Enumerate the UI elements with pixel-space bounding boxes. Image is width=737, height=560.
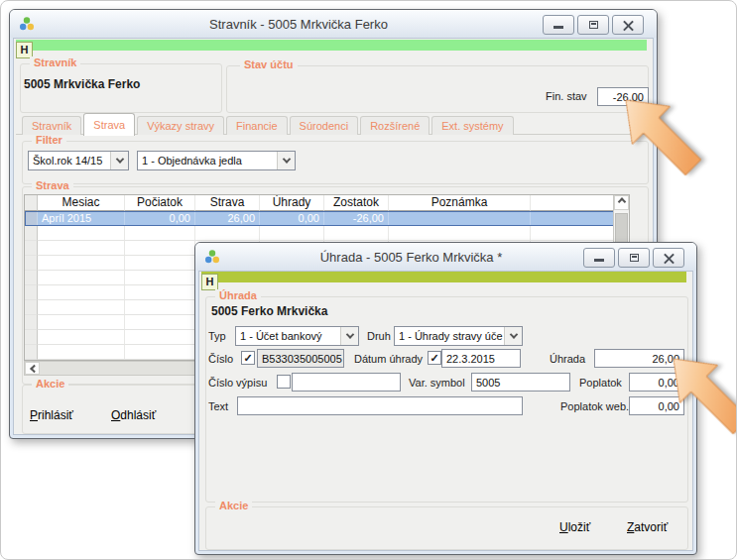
group-akcie [205, 506, 688, 550]
chevron-up-icon [617, 197, 625, 205]
close-icon [664, 253, 675, 264]
titlebar-uhrada[interactable]: Úhrada - 5005 Ferko Mrkvička * [195, 243, 696, 271]
group-strava-label: Strava [32, 179, 73, 192]
restore-icon [589, 21, 598, 29]
cislo-checkbox[interactable]: ✓ [241, 351, 255, 365]
text-label: Text [208, 400, 228, 412]
col-mesiac[interactable]: Mesiac [38, 195, 125, 211]
tab-strava[interactable]: Strava [83, 113, 135, 136]
window-title: Stravník - 5005 Mrkvička Ferko [50, 17, 548, 32]
prihlasit-button[interactable]: Prihlásiť [30, 408, 73, 422]
chevron-down-icon [115, 155, 123, 163]
dropdown-button[interactable] [504, 327, 522, 345]
zatvorit-button[interactable]: Zatvoriť [627, 520, 668, 534]
minimize-button[interactable] [583, 248, 615, 268]
row-gutter [25, 345, 38, 360]
datum-uhrady-checkbox[interactable]: ✓ [428, 351, 441, 365]
scroll-up-button[interactable] [614, 195, 629, 210]
window-title: Úhrada - 5005 Ferko Mrkvička * [235, 250, 587, 265]
person-name: 5005 Ferko Mrkvička [211, 304, 327, 318]
restore-button[interactable] [577, 15, 609, 35]
app-icon [19, 16, 35, 32]
ulozit-button[interactable]: Uložiť [559, 520, 590, 534]
cislo-vypisu-field[interactable] [292, 373, 401, 392]
chevron-down-icon [509, 330, 517, 338]
odhlasit-button[interactable]: Odhlásiť [111, 408, 156, 422]
row-gutter [25, 285, 38, 300]
cell-filler [531, 211, 614, 226]
cell-pociatok: 0,00 [125, 211, 195, 226]
row-gutter [25, 330, 38, 345]
chevron-down-icon [282, 155, 290, 163]
close-button[interactable] [612, 15, 644, 35]
cell-zostatok: -26,00 [324, 211, 389, 226]
tab-stravnik[interactable]: Stravník [22, 116, 81, 135]
col-strava[interactable]: Strava [195, 195, 260, 211]
col-pociatok[interactable]: Počiatok [125, 195, 195, 211]
col-uhrady[interactable]: Úhrady [260, 195, 324, 211]
typ-label: Typ [208, 330, 226, 342]
tab-rozsirene[interactable]: Rozšírené [360, 116, 430, 135]
cell-uhrady: 0,00 [260, 211, 324, 226]
chevron-down-icon [345, 330, 353, 338]
tab-vykazy-stravy[interactable]: Výkazy stravy [137, 116, 224, 135]
poplatok-web-label: Poplatok web. [560, 400, 629, 412]
typ-select[interactable]: 1 - Účet bankový [235, 326, 359, 346]
text-field[interactable] [237, 396, 523, 415]
cell-poznamka [389, 211, 531, 226]
dropdown-button[interactable] [340, 327, 358, 345]
row-gutter [25, 271, 38, 285]
chevron-left-icon [30, 364, 38, 372]
var-symbol-field[interactable]: 5005 [471, 373, 570, 392]
header-gutter [25, 195, 38, 211]
school-year-select[interactable]: Škol.rok 14/15 [28, 151, 129, 170]
cislo-vypisu-label: Číslo výpisu [208, 377, 267, 389]
minimize-icon [594, 259, 604, 262]
cislo-vypisu-checkbox[interactable] [277, 375, 291, 389]
dropdown-button[interactable] [110, 152, 128, 169]
group-akcie-label: Akcie [215, 500, 252, 512]
typ-value: 1 - Účet bankový [236, 327, 340, 345]
minimize-button[interactable] [543, 15, 574, 35]
col-poznamka[interactable]: Poznámka [389, 195, 531, 211]
row-gutter [25, 211, 38, 226]
help-button[interactable]: H [201, 274, 218, 290]
druh-label: Druh [367, 330, 391, 342]
row-gutter [25, 241, 38, 256]
titlebar-stravnik[interactable]: Stravník - 5005 Mrkvička Ferko [10, 10, 657, 38]
close-button[interactable] [653, 248, 684, 268]
row-gutter [25, 315, 38, 330]
group-stravnik-label: Stravník [30, 56, 80, 69]
row-gutter [25, 300, 38, 315]
fin-stav-label: Fin. stav [546, 90, 587, 102]
var-symbol-label: Var. symbol [409, 377, 465, 389]
status-bar [201, 272, 686, 282]
tab-strip: Stravník Strava Výkazy stravy Financie S… [22, 111, 514, 135]
tab-ext-systemy[interactable]: Ext. systémy [431, 116, 513, 135]
window-uhrada: Úhrada - 5005 Ferko Mrkvička * H Úhrada … [194, 242, 697, 555]
tab-financie[interactable]: Financie [226, 116, 288, 135]
restore-button[interactable] [618, 248, 650, 268]
minimize-icon [553, 26, 563, 29]
scroll-left-button[interactable] [25, 362, 40, 375]
tab-surodenci[interactable]: Súrodenci [290, 116, 359, 135]
row-gutter [25, 256, 38, 271]
filter-type-select[interactable]: 1 - Objednávka jedla [137, 151, 296, 170]
filter-type-value: 1 - Objednávka jedla [138, 152, 277, 169]
restore-icon [630, 254, 639, 262]
status-bar [16, 40, 647, 51]
person-name: 5005 Mrkvička Ferko [24, 77, 140, 91]
dropdown-button[interactable] [277, 152, 295, 169]
app-icon [204, 249, 220, 265]
table-row-empty[interactable] [25, 226, 614, 241]
cislo-field[interactable]: B533035005005 [257, 349, 344, 368]
row-gutter [25, 226, 38, 241]
druh-select[interactable]: 1 - Úhrady stravy úče [394, 326, 523, 346]
datum-uhrady-field[interactable]: 22.3.2015 [441, 349, 521, 368]
col-zostatok[interactable]: Zostatok [324, 195, 389, 211]
table-row-selected[interactable]: Apríl 2015 0,00 26,00 0,00 -26,00 [25, 211, 614, 226]
table-header-row: Mesiac Počiatok Strava Úhrady Zostatok P… [25, 195, 614, 211]
group-stav-uctu [226, 65, 649, 113]
datum-uhrady-label: Dátum úhrady [354, 353, 423, 365]
group-uhrada-label: Úhrada [215, 289, 261, 302]
